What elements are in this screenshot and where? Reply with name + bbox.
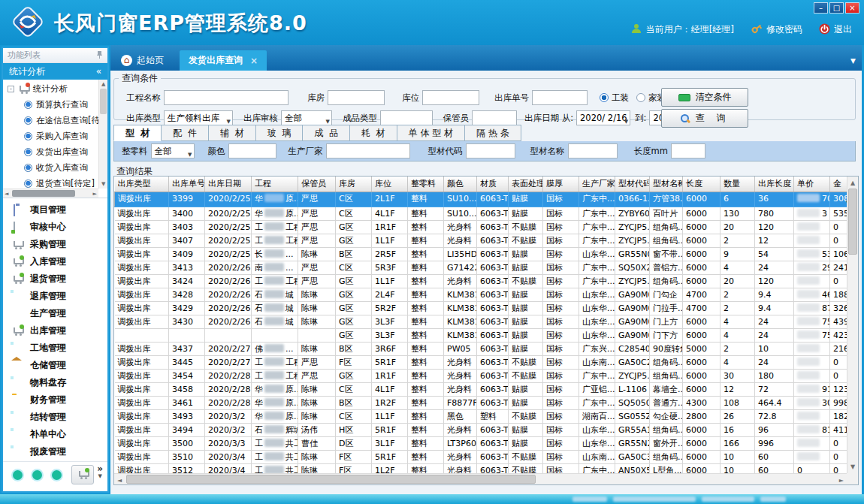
tree-item-return-query[interactable]: 退货查询[待定] — [8, 176, 98, 189]
column-header[interactable]: 单价 — [794, 177, 830, 192]
tab-auxiliary[interactable]: 辅 材 — [209, 125, 256, 141]
sidebar-item-warehouse[interactable]: 仓储管理 — [3, 357, 107, 374]
outbound-type-select[interactable]: 生产领料出库 — [164, 110, 233, 125]
table-row[interactable]: G区3L3F整料KLM38176063-T5贴膜国标山东华...GA90M09.… — [115, 328, 847, 342]
length-input[interactable] — [671, 143, 705, 158]
column-header[interactable]: 库房 — [336, 177, 372, 192]
column-header[interactable]: 数量 — [721, 177, 755, 192]
sidebar-item-scrap[interactable]: 报废管理 — [3, 443, 107, 460]
tab-home[interactable]: ⌂ 起始页 — [112, 50, 173, 71]
sidebar-item-inbound[interactable]: 入库管理 — [3, 253, 107, 270]
table-row[interactable]: 调拨出库33992020/2/25华原...严思C区2L1F整料SU10...6… — [115, 192, 847, 207]
tree-horizontal-scrollbar[interactable]: ◄ ► — [3, 189, 98, 198]
audit-select[interactable]: 全部 — [281, 110, 332, 125]
sidebar-item-supplement[interactable]: 补单中心 — [3, 426, 107, 443]
column-header[interactable]: 库位 — [372, 177, 408, 192]
sidebar-item-carryover[interactable]: 结转管理 — [3, 409, 107, 426]
sidebar-item-project[interactable]: 项目管理 — [3, 201, 107, 219]
table-row[interactable]: 调拨出库34132020/2/26南...严思C区5R3F整料G71422606… — [115, 261, 847, 274]
tree-item-purchase-inbound-query[interactable]: 采购入库查询 — [8, 128, 98, 144]
table-row[interactable]: 调拨出库34002020/2/25华原...严思C区4L1F整料SU10...6… — [115, 207, 847, 220]
date-from-select[interactable]: 2020/ 2/16 — [576, 110, 630, 125]
profile-name-input[interactable] — [568, 143, 618, 158]
tree-item-receiving-inbound-query[interactable]: 收货入库查询 — [8, 160, 98, 176]
minimize-button[interactable]: – — [814, 2, 828, 14]
column-header[interactable]: 生产厂家 — [579, 177, 615, 192]
sidebar-item-outbound[interactable]: 出库管理 — [3, 322, 107, 340]
table-row[interactable]: 调拨出库34942020/3/2石辉城汤伟H区5R1F整料光身料6063-T5贴… — [115, 423, 847, 436]
sidebar-item-inventory[interactable]: 物料盘存 — [3, 374, 107, 391]
column-header[interactable]: 出库长度 — [755, 177, 794, 192]
order-no-input[interactable] — [532, 90, 588, 105]
column-header[interactable]: 型材名称 — [650, 177, 683, 192]
column-header[interactable]: 工程 — [252, 177, 298, 192]
color-input[interactable] — [228, 143, 276, 158]
column-header[interactable]: 长度 — [683, 177, 721, 192]
profile-code-input[interactable] — [466, 143, 515, 158]
keeper-input[interactable] — [472, 110, 517, 125]
warehouse-input[interactable] — [328, 90, 385, 105]
radio-industrial[interactable] — [600, 93, 609, 102]
statistics-section-header[interactable]: 统计分析 « — [3, 63, 107, 80]
table-row[interactable]: 调拨出库34072020/2/25工工程严思G区1L1F整料光身料6063-T5… — [115, 234, 847, 247]
sidebar-item-return-store[interactable]: 退库管理 — [3, 288, 107, 305]
toolbar-circle-icon[interactable] — [32, 470, 42, 480]
tab-finished[interactable]: 成 品 — [303, 125, 350, 141]
sidebar-item-audit[interactable]: 审核中心 — [3, 219, 107, 236]
radio-home[interactable] — [636, 93, 645, 102]
tab-profile[interactable]: 型 材 — [113, 125, 162, 141]
tab-close-icon[interactable]: × — [250, 56, 258, 66]
tab-consumables[interactable]: 耗 材 — [350, 125, 397, 141]
table-row[interactable]: 调拨出库34582020/2/28华原...陈琳C区4L1F整料光身料6063-… — [115, 382, 847, 396]
tab-single-profile[interactable]: 单 体 型 材 — [397, 125, 465, 141]
whole-part-select[interactable]: 全部 — [151, 143, 195, 158]
table-row[interactable]: 调拨出库34612020/2/28华原...陈琳B区1R2F整料F8877FT6… — [115, 396, 847, 409]
table-row[interactable]: 调拨出库35122020/3/4工共工程陈琳F区1L2F整料光身料6063-T5… — [115, 463, 847, 473]
table-row[interactable]: 调拨出库34372020/2/27佛...陈琳B区3R6F整料PW056063-… — [115, 342, 847, 355]
toolbar-circle-icon[interactable] — [13, 470, 23, 480]
collapse-icon[interactable]: « — [96, 66, 101, 77]
column-header[interactable]: 整零料 — [408, 177, 444, 192]
project-name-input[interactable] — [164, 90, 289, 105]
toolbar-cart-button[interactable] — [71, 465, 94, 484]
search-button[interactable]: 查 询 — [661, 109, 748, 128]
tree-item-budget-query[interactable]: 预算执行查询 — [8, 97, 98, 113]
table-row[interactable]: 调拨出库34292020/2/26石城陈琳G区5R2F整料KLM38176063… — [115, 301, 847, 315]
tab-thermal-strip[interactable]: 隔 热 条 — [465, 125, 521, 141]
sidebar-item-finance[interactable]: 财务管理 — [3, 391, 107, 409]
column-header[interactable]: 型材代码 — [615, 177, 650, 192]
table-row[interactable]: 调拨出库34242020/2/26工工程严思G区1L1F整料光身料6063-T5… — [115, 274, 847, 288]
sidebar-item-purchasing[interactable]: 采购管理 — [3, 236, 107, 253]
tab-accessories[interactable]: 配 件 — [162, 125, 209, 141]
location-input[interactable] — [422, 90, 479, 105]
column-header[interactable]: 材质 — [477, 177, 509, 192]
tree-item-transit-query[interactable]: 在途信息查询[待 — [8, 113, 98, 128]
column-header[interactable]: 出库日期 — [205, 177, 252, 192]
toolbar-overflow-button[interactable]: » ▼ — [97, 465, 103, 480]
tree-vertical-scrollbar[interactable]: ▲ ▼ — [98, 80, 107, 189]
close-button[interactable]: × — [845, 2, 859, 14]
tree-expand-icon[interactable]: - — [8, 86, 14, 92]
tab-shipping-outbound-query[interactable]: 发货出库查询 × — [180, 50, 267, 71]
table-row[interactable]: 调拨出库35002020/3/3工共工程曹佳D区3L1F整料LT3P606063… — [115, 436, 847, 450]
change-password-button[interactable]: 修改密码 — [751, 23, 802, 37]
table-row[interactable]: 调拨出库34032020/2/25工工程严思G区1R1F整料光身料6063-T5… — [115, 220, 847, 234]
column-header[interactable]: 膜厚 — [543, 177, 579, 192]
grid-vertical-scrollbar[interactable]: ▲ ▼ — [847, 177, 858, 473]
sidebar-item-production[interactable]: 生产管理 — [3, 305, 107, 322]
column-header[interactable]: 颜色 — [444, 177, 477, 192]
maximize-button[interactable]: □ — [829, 2, 844, 14]
column-header[interactable]: 出库类型 — [115, 177, 169, 192]
tree-root-statistics[interactable]: - 统计分析 — [8, 81, 98, 97]
column-header[interactable]: 出库单号 — [169, 177, 205, 192]
column-header[interactable]: 保管员 — [298, 177, 336, 192]
column-header[interactable]: 金 — [830, 177, 847, 192]
column-header[interactable]: 表面处理 — [509, 177, 543, 192]
table-row[interactable]: 调拨出库34542020/2/28工工程严思G区1R1F整料光身料6063-T5… — [115, 369, 847, 382]
table-row[interactable]: 调拨出库34282020/2/26石城陈琳G区2L4F整料KLM38176063… — [115, 288, 847, 301]
grid-horizontal-scrollbar[interactable]: ◄ ► — [114, 473, 847, 484]
table-row[interactable]: 调拨出库34092020/2/25长...陈琳B区2R5F整料LI35HD606… — [115, 247, 847, 261]
sidebar-item-returns[interactable]: 退货管理 — [3, 270, 107, 288]
table-row[interactable]: 调拨出库34452020/2/27工工程严思F区5R1F整料光身料6063-T5… — [115, 355, 847, 369]
tab-list-dropdown-icon[interactable]: ▼ — [850, 57, 856, 65]
